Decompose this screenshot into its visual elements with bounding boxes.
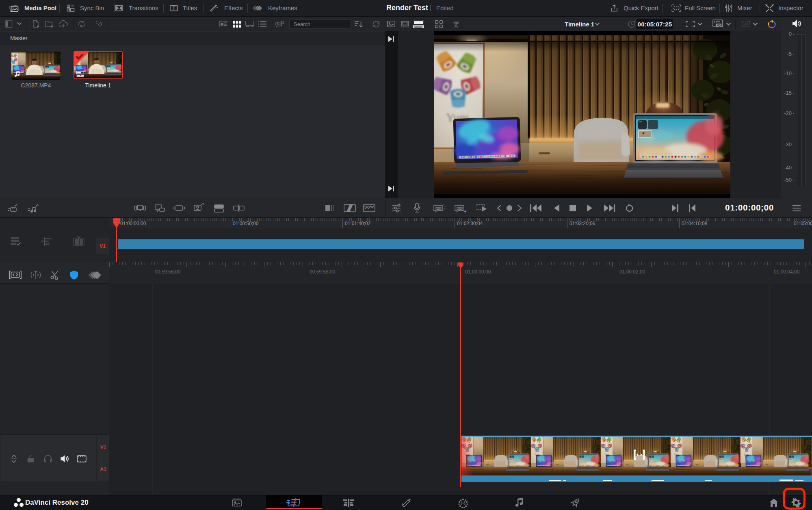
svg-text:HQ: HQ <box>717 24 721 27</box>
svg-text:T: T <box>173 6 175 11</box>
svg-text:POI: POI <box>437 207 441 210</box>
svg-text:POI: POI <box>458 207 462 210</box>
